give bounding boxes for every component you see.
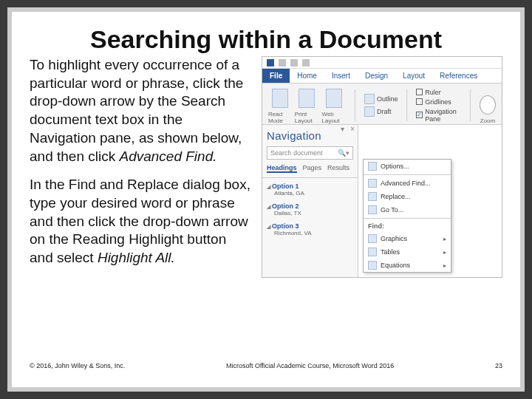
draft-icon[interactable] bbox=[364, 106, 375, 117]
document-area: Options... Advanced Find... Replace... G… bbox=[358, 125, 502, 277]
text-column: To highlight every occurrence of a parti… bbox=[30, 56, 251, 278]
menu-equations[interactable]: Equations▸ bbox=[364, 259, 451, 272]
headings-list: ◢Option 1 Atlanta, GA ◢Option 2 Dallas, … bbox=[267, 183, 353, 236]
word-logo-icon bbox=[267, 59, 274, 66]
slide: Searching within a Document To highlight… bbox=[7, 7, 525, 392]
content-row: To highlight every occurrence of a parti… bbox=[30, 56, 502, 278]
replace-icon bbox=[368, 192, 377, 201]
zoom-group: Zoom bbox=[477, 86, 499, 124]
print-layout-icon[interactable] bbox=[299, 89, 315, 108]
show-group: Ruler Gridlines Navigation Pane bbox=[413, 86, 464, 124]
paragraph-2: In the Find and Replace dialog box, type… bbox=[30, 176, 251, 267]
tab-file[interactable]: File bbox=[262, 69, 290, 83]
list-item[interactable]: ◢Option 3 Richmond, VA bbox=[267, 222, 353, 236]
navpane-tabs: Headings Pages Results bbox=[267, 164, 353, 173]
search-input[interactable]: Search document 🔍▾ bbox=[267, 146, 353, 160]
chevron-right-icon: ▸ bbox=[443, 262, 446, 269]
list-item[interactable]: ◢Option 1 Atlanta, GA bbox=[267, 183, 353, 197]
menu-advanced-find[interactable]: Advanced Find... bbox=[364, 177, 451, 190]
tab-headings[interactable]: Headings bbox=[267, 164, 297, 173]
menu-goto[interactable]: Go To... bbox=[364, 203, 451, 216]
ruler-checkbox[interactable] bbox=[416, 89, 423, 95]
search-dropdown-menu: Options... Advanced Find... Replace... G… bbox=[363, 159, 451, 273]
undo-icon[interactable] bbox=[290, 59, 298, 66]
menu-options[interactable]: Options... bbox=[364, 160, 451, 173]
page-number: 23 bbox=[495, 362, 502, 369]
course-title: Microsoft Official Academic Course, Micr… bbox=[226, 362, 394, 369]
gridlines-checkbox[interactable] bbox=[416, 98, 423, 105]
footer: © 2016, John Wiley & Sons, Inc. Microsof… bbox=[30, 362, 502, 369]
goto-icon bbox=[368, 205, 377, 214]
word-screenshot: File Home Insert Design Layout Reference… bbox=[262, 56, 502, 278]
quick-access-toolbar bbox=[262, 57, 502, 69]
slide-title: Searching within a Document bbox=[30, 25, 502, 53]
redo-icon[interactable] bbox=[302, 59, 310, 66]
tab-pages[interactable]: Pages bbox=[303, 164, 322, 173]
menu-graphics[interactable]: Graphics▸ bbox=[364, 232, 451, 245]
outline-draft-group: Outline Draft bbox=[361, 86, 401, 124]
tab-design[interactable]: Design bbox=[358, 69, 395, 83]
find-header: Find: bbox=[364, 220, 451, 232]
web-layout-icon[interactable] bbox=[326, 89, 342, 108]
navigation-pane: ▾ × Navigation Search document 🔍▾ Headin… bbox=[262, 125, 358, 277]
navpane-pin-icon[interactable]: ▾ bbox=[341, 125, 344, 133]
tab-home[interactable]: Home bbox=[290, 69, 324, 83]
list-item[interactable]: ◢Option 2 Dallas, TX bbox=[267, 202, 353, 216]
tab-layout[interactable]: Layout bbox=[395, 69, 432, 83]
ribbon-tabs: File Home Insert Design Layout Reference… bbox=[262, 69, 502, 83]
menu-replace[interactable]: Replace... bbox=[364, 190, 451, 203]
tab-insert[interactable]: Insert bbox=[324, 69, 358, 83]
zoom-icon[interactable] bbox=[480, 95, 496, 115]
paragraph-1: To highlight every occurrence of a parti… bbox=[30, 56, 251, 166]
chevron-right-icon: ▸ bbox=[443, 236, 446, 242]
equations-icon bbox=[368, 261, 377, 270]
options-icon bbox=[368, 162, 377, 171]
save-icon[interactable] bbox=[279, 59, 286, 66]
copyright: © 2016, John Wiley & Sons, Inc. bbox=[30, 362, 125, 369]
tab-results[interactable]: Results bbox=[327, 164, 349, 173]
ribbon: Read Mode Print Layout Web Layout bbox=[262, 83, 502, 125]
search-dropdown-icon[interactable]: 🔍▾ bbox=[338, 149, 349, 157]
navpane-checkbox[interactable] bbox=[416, 112, 423, 118]
graphics-icon bbox=[368, 234, 377, 243]
tab-references[interactable]: References bbox=[432, 69, 485, 83]
outline-icon[interactable] bbox=[364, 94, 375, 104]
views-group: Read Mode Print Layout Web Layout bbox=[265, 86, 349, 124]
menu-tables[interactable]: Tables▸ bbox=[364, 245, 451, 259]
tables-icon bbox=[368, 248, 377, 256]
chevron-right-icon: ▸ bbox=[443, 249, 446, 256]
find-icon bbox=[368, 179, 377, 188]
read-mode-icon[interactable] bbox=[272, 89, 288, 108]
navpane-close-icon[interactable]: × bbox=[350, 125, 355, 133]
